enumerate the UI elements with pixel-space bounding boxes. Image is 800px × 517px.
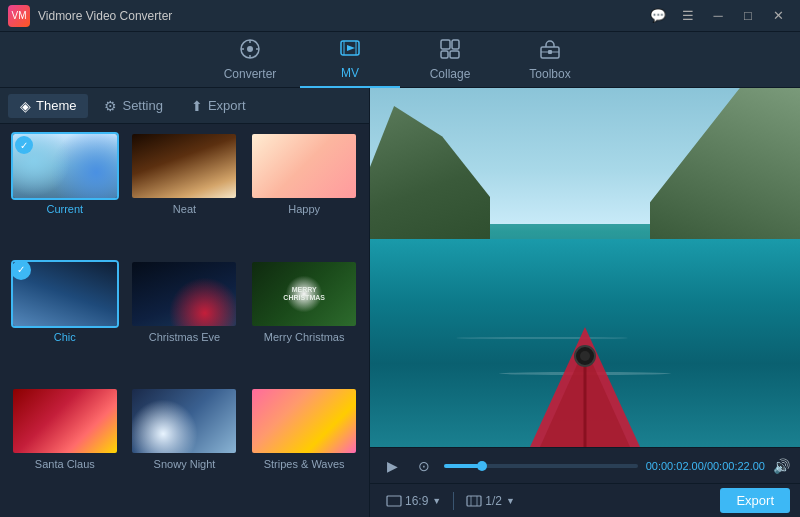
mv-icon xyxy=(339,37,361,64)
theme-card-neat[interactable]: Neat xyxy=(128,132,242,254)
theme-card-current[interactable]: ✓ Current xyxy=(8,132,122,254)
theme-label-happy: Happy xyxy=(288,203,320,215)
svg-rect-13 xyxy=(450,51,459,58)
volume-icon[interactable]: 🔊 xyxy=(773,458,790,474)
kayak-scene xyxy=(370,88,800,447)
video-preview xyxy=(370,88,800,447)
chic-selected-check: ✓ xyxy=(11,260,31,280)
theme-label-stripes-waves: Stripes & Waves xyxy=(264,458,345,470)
clip-count-icon xyxy=(466,494,482,508)
ar-controls: 16:9 ▼ 1/2 ▼ xyxy=(380,492,521,510)
player-controls: ▶ ⊙ 00:00:02.00/00:00:22.00 🔊 xyxy=(370,447,800,483)
theme-label-christmas-eve: Christmas Eve xyxy=(149,331,221,343)
theme-label-merry-christmas: Merry Christmas xyxy=(264,331,345,343)
nav-mv-label: MV xyxy=(341,66,359,80)
theme-label-santa-claus: Santa Claus xyxy=(35,458,95,470)
tab-theme[interactable]: ◈ Theme xyxy=(8,94,88,118)
nav-toolbox-label: Toolbox xyxy=(529,67,570,81)
aspect-ratio-label: 16:9 xyxy=(405,494,428,508)
time-display: 00:00:02.00/00:00:22.00 xyxy=(646,460,765,472)
nav-mv[interactable]: MV xyxy=(300,32,400,88)
theme-card-happy[interactable]: Happy xyxy=(247,132,361,254)
window-controls: 💬 ☰ ─ □ ✕ xyxy=(644,6,792,26)
aspect-ratio-bar: 16:9 ▼ 1/2 ▼ Export xyxy=(370,483,800,517)
progress-thumb xyxy=(477,461,487,471)
menu-button[interactable]: ☰ xyxy=(674,6,702,26)
theme-card-santa-claus[interactable]: Santa Claus xyxy=(8,387,122,509)
stop-button[interactable]: ⊙ xyxy=(412,454,436,478)
right-panel: ▶ ⊙ 00:00:02.00/00:00:22.00 🔊 16:9 ▼ xyxy=(370,88,800,517)
message-button[interactable]: 💬 xyxy=(644,6,672,26)
svg-marker-7 xyxy=(347,45,355,51)
theme-card-snowy-night[interactable]: Snowy Night xyxy=(128,387,242,509)
clip-count-dropdown-icon: ▼ xyxy=(506,496,515,506)
theme-card-christmas-eve[interactable]: Christmas Eve xyxy=(128,260,242,382)
aspect-ratio-icon xyxy=(386,495,402,507)
theme-card-stripes-waves[interactable]: Stripes & Waves xyxy=(247,387,361,509)
theme-label-neat: Neat xyxy=(173,203,196,215)
svg-rect-11 xyxy=(452,40,459,49)
svg-rect-17 xyxy=(387,496,401,506)
svg-rect-18 xyxy=(467,496,481,506)
theme-label-snowy-night: Snowy Night xyxy=(154,458,216,470)
maximize-button[interactable]: □ xyxy=(734,6,762,26)
top-navigation: Converter MV Collage xyxy=(0,32,800,88)
nav-toolbox[interactable]: Toolbox xyxy=(500,32,600,88)
selected-check-icon: ✓ xyxy=(15,136,33,154)
svg-point-1 xyxy=(247,46,253,52)
export-tab-icon: ⬆ xyxy=(191,98,203,114)
export-tab-label: Export xyxy=(208,98,246,113)
tabs-bar: ◈ Theme ⚙ Setting ⬆ Export xyxy=(0,88,369,124)
minimize-button[interactable]: ─ xyxy=(704,6,732,26)
collage-icon xyxy=(439,38,461,65)
setting-tab-label: Setting xyxy=(122,98,162,113)
theme-grid: ✓ Current Neat Happy xyxy=(0,124,369,517)
setting-tab-icon: ⚙ xyxy=(104,98,117,114)
nav-collage[interactable]: Collage xyxy=(400,32,500,88)
tab-export[interactable]: ⬆ Export xyxy=(179,94,258,118)
nav-collage-label: Collage xyxy=(430,67,471,81)
app-title: Vidmore Video Converter xyxy=(38,9,644,23)
app-logo: VM xyxy=(8,5,30,27)
play-button[interactable]: ▶ xyxy=(380,454,404,478)
converter-icon xyxy=(239,38,261,65)
export-button[interactable]: Export xyxy=(720,488,790,513)
theme-tab-label: Theme xyxy=(36,98,76,113)
toolbox-icon xyxy=(539,38,561,65)
svg-rect-10 xyxy=(441,40,450,49)
progress-bar[interactable] xyxy=(444,464,638,468)
left-panel: ◈ Theme ⚙ Setting ⬆ Export ✓ Current xyxy=(0,88,370,517)
theme-card-chic[interactable]: ✓ Chic xyxy=(8,260,122,382)
svg-rect-12 xyxy=(441,51,448,58)
theme-tab-icon: ◈ xyxy=(20,98,31,114)
nav-converter-label: Converter xyxy=(224,67,277,81)
close-button[interactable]: ✕ xyxy=(764,6,792,26)
theme-card-merry-christmas[interactable]: MERRYCHRISTMAS Merry Christmas xyxy=(247,260,361,382)
tab-setting[interactable]: ⚙ Setting xyxy=(92,94,174,118)
clip-count-label: 1/2 xyxy=(485,494,502,508)
svg-rect-16 xyxy=(548,50,552,54)
theme-label-current: Current xyxy=(46,203,83,215)
aspect-ratio-button[interactable]: 16:9 ▼ xyxy=(380,492,447,510)
theme-label-chic: Chic xyxy=(54,331,76,343)
nav-converter[interactable]: Converter xyxy=(200,32,300,88)
progress-fill xyxy=(444,464,479,468)
title-bar: VM Vidmore Video Converter 💬 ☰ ─ □ ✕ xyxy=(0,0,800,32)
aspect-ratio-dropdown-icon: ▼ xyxy=(432,496,441,506)
main-content: ◈ Theme ⚙ Setting ⬆ Export ✓ Current xyxy=(0,88,800,517)
clip-count-button[interactable]: 1/2 ▼ xyxy=(460,492,521,510)
